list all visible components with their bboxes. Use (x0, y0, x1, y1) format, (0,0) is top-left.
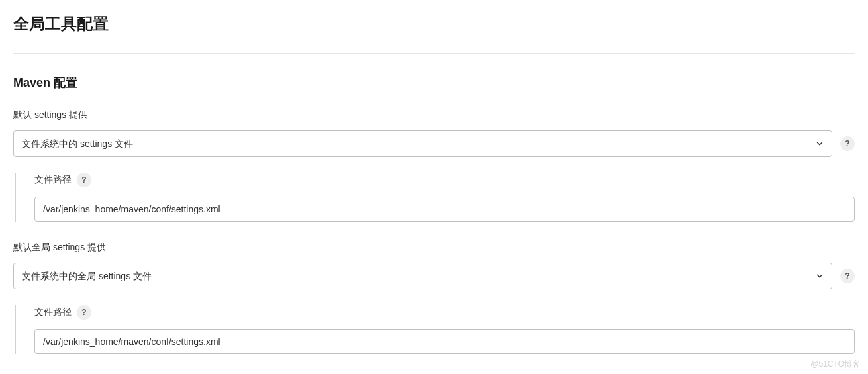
help-icon[interactable]: ? (840, 136, 855, 151)
default-settings-nested: 文件路径 ? (15, 173, 855, 222)
page-title: 全局工具配置 (13, 13, 855, 34)
global-settings-nested: 文件路径 ? (15, 305, 855, 354)
default-settings-select[interactable]: 文件系统中的 settings 文件 (13, 130, 832, 157)
help-icon[interactable]: ? (77, 305, 91, 320)
section-divider (13, 53, 855, 54)
global-settings-path-input[interactable] (34, 329, 855, 354)
watermark: @51CTO博客 (810, 359, 860, 370)
file-path-label: 文件路径 (34, 174, 72, 186)
help-icon[interactable]: ? (77, 173, 91, 187)
default-settings-label: 默认 settings 提供 (13, 109, 855, 121)
default-settings-path-input[interactable] (34, 197, 855, 222)
file-path-label: 文件路径 (34, 306, 72, 318)
global-settings-label: 默认全局 settings 提供 (13, 242, 855, 254)
help-icon[interactable]: ? (840, 269, 855, 283)
global-settings-select[interactable]: 文件系统中的全局 settings 文件 (13, 263, 832, 289)
section-title-maven: Maven 配置 (13, 75, 855, 91)
